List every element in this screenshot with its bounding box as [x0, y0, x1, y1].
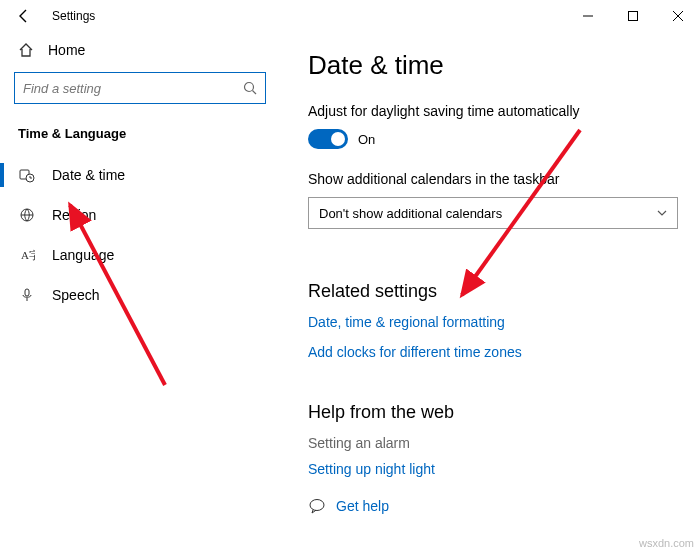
- home-label: Home: [48, 42, 85, 58]
- svg-rect-1: [628, 12, 637, 21]
- svg-rect-10: [25, 289, 29, 296]
- related-heading: Related settings: [308, 281, 690, 302]
- svg-text:A字: A字: [21, 249, 35, 261]
- calendars-label: Show additional calendars in the taskbar: [308, 171, 690, 187]
- home-icon: [18, 42, 34, 58]
- close-button[interactable]: [655, 0, 700, 32]
- nav-item-speech[interactable]: Speech: [0, 275, 280, 315]
- help-heading: Help from the web: [308, 402, 690, 423]
- a-letter-icon: A字: [18, 247, 36, 263]
- home-nav[interactable]: Home: [0, 32, 280, 72]
- svg-point-11: [310, 500, 324, 511]
- search-box[interactable]: [14, 72, 266, 104]
- nav-item-language[interactable]: A字 Language: [0, 235, 280, 275]
- page-title: Date & time: [308, 50, 690, 81]
- dropdown-value: Don't show additional calendars: [319, 206, 657, 221]
- nav-item-region[interactable]: Region: [0, 195, 280, 235]
- daylight-state: On: [358, 132, 375, 147]
- nav-item-label: Date & time: [52, 167, 125, 183]
- titlebar: Settings: [0, 0, 700, 32]
- daylight-toggle[interactable]: [308, 129, 348, 149]
- microphone-icon: [18, 287, 36, 303]
- globe-icon: [18, 207, 36, 223]
- content-pane: Date & time Adjust for daylight saving t…: [280, 32, 700, 553]
- maximize-button[interactable]: [610, 0, 655, 32]
- daylight-label: Adjust for daylight saving time automati…: [308, 103, 690, 119]
- chat-icon: [308, 497, 326, 515]
- window-title: Settings: [52, 9, 95, 23]
- link-night-light[interactable]: Setting up night light: [308, 461, 690, 477]
- link-get-help[interactable]: Get help: [336, 498, 389, 514]
- search-icon: [243, 81, 257, 95]
- svg-line-5: [253, 91, 257, 95]
- nav-item-label: Language: [52, 247, 114, 263]
- nav-item-label: Region: [52, 207, 96, 223]
- svg-point-4: [245, 83, 254, 92]
- minimize-button[interactable]: [565, 0, 610, 32]
- calendars-dropdown[interactable]: Don't show additional calendars: [308, 197, 678, 229]
- link-add-clocks[interactable]: Add clocks for different time zones: [308, 344, 690, 360]
- clock-calendar-icon: [18, 167, 36, 183]
- search-input[interactable]: [23, 81, 243, 96]
- back-button[interactable]: [14, 6, 34, 26]
- help-muted: Setting an alarm: [308, 435, 690, 451]
- nav-item-date-time[interactable]: Date & time: [0, 155, 280, 195]
- sidebar: Home Time & Language Date & time Region: [0, 32, 280, 553]
- link-date-time-regional[interactable]: Date, time & regional formatting: [308, 314, 690, 330]
- chevron-down-icon: [657, 208, 667, 218]
- nav-group-title: Time & Language: [0, 122, 280, 155]
- nav-item-label: Speech: [52, 287, 99, 303]
- watermark: wsxdn.com: [639, 537, 694, 549]
